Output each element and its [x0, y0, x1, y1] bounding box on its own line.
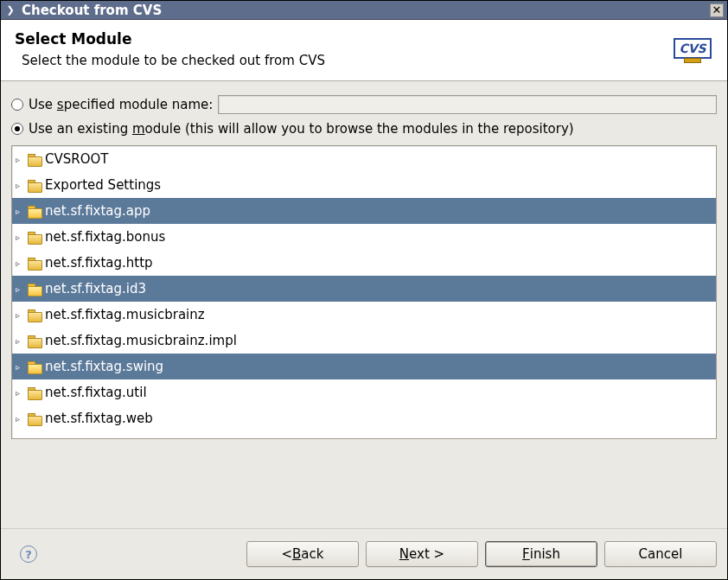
dialog-window: ❯ Checkout from CVS ✕ Select Module Sele… [0, 0, 728, 580]
folder-icon [28, 206, 42, 217]
folder-icon [28, 154, 42, 165]
expander-icon[interactable]: ▹ [16, 336, 24, 346]
content-area: Use specified module name: Use an existi… [1, 81, 727, 528]
folder-icon [28, 361, 42, 373]
expander-icon[interactable]: ▹ [16, 207, 24, 216]
module-tree[interactable]: ▹CVSROOT▹Exported Settings▹net.sf.fixtag… [11, 145, 717, 439]
tree-item[interactable]: ▹net.sf.fixtag.web [12, 405, 716, 431]
close-icon[interactable]: ✕ [710, 3, 724, 17]
tree-item[interactable]: ▹net.sf.fixtag.musicbrainz [12, 302, 716, 328]
expander-icon[interactable]: ▹ [16, 181, 24, 190]
option-specified-module[interactable]: Use specified module name: [11, 95, 717, 114]
tree-item[interactable]: ▹net.sf.fixtag.app [12, 198, 716, 224]
tree-item-label: net.sf.fixtag.bonus [45, 229, 165, 245]
expander-icon[interactable]: ▹ [16, 388, 24, 398]
back-button[interactable]: < Back [246, 541, 359, 567]
option-existing-label: Use an existing module (this will allow … [29, 121, 574, 137]
tree-item-label: net.sf.fixtag.musicbrainz [45, 307, 205, 322]
expander-icon[interactable]: ▹ [16, 362, 24, 372]
tree-item[interactable]: ▹Exported Settings [12, 172, 716, 198]
tree-item-label: net.sf.fixtag.id3 [45, 281, 146, 296]
page-title: Select Module [15, 30, 663, 48]
expander-icon[interactable]: ▹ [16, 284, 24, 294]
tree-item[interactable]: ▹CVSROOT [12, 146, 716, 172]
folder-icon [28, 387, 42, 398]
folder-icon [28, 232, 42, 243]
next-button[interactable]: Next > [366, 541, 478, 567]
tree-item-label: net.sf.fixtag.musicbrainz.impl [45, 333, 237, 348]
option-specified-label: Use specified module name: [29, 97, 213, 112]
wizard-header: Select Module Select the module to be ch… [1, 20, 727, 81]
module-name-input[interactable] [218, 95, 717, 114]
cvs-logo-icon: CVS [672, 30, 713, 67]
button-bar: ? < Back Next > Finish Cancel [1, 528, 727, 579]
tree-item-label: net.sf.fixtag.swing [45, 359, 163, 374]
expander-icon[interactable]: ▹ [16, 310, 24, 320]
page-subtitle: Select the module to be checked out from… [22, 53, 663, 68]
titlebar[interactable]: ❯ Checkout from CVS ✕ [1, 1, 727, 20]
tree-item[interactable]: ▹net.sf.fixtag.http [12, 250, 716, 276]
tree-item-label: net.sf.fixtag.app [45, 203, 150, 219]
tree-item-label: CVSROOT [45, 151, 108, 167]
help-icon[interactable]: ? [20, 545, 37, 563]
expander-icon[interactable]: ▹ [16, 233, 24, 242]
tree-item[interactable]: ▹net.sf.fixtag.swing [12, 354, 716, 379]
folder-icon [28, 180, 42, 191]
tree-item[interactable]: ▹net.sf.fixtag.util [12, 379, 716, 405]
expander-icon[interactable]: ▹ [16, 258, 24, 268]
radio-existing[interactable] [11, 123, 23, 135]
tree-item-label: net.sf.fixtag.web [45, 411, 153, 426]
window-title: Checkout from CVS [22, 3, 162, 18]
option-existing-module[interactable]: Use an existing module (this will allow … [11, 121, 717, 137]
tree-item[interactable]: ▹net.sf.fixtag.bonus [12, 224, 716, 250]
cancel-button[interactable]: Cancel [604, 541, 717, 567]
folder-icon [28, 258, 42, 269]
radio-specified[interactable] [11, 99, 23, 111]
expander-icon[interactable]: ▹ [16, 155, 24, 164]
tree-item-label: net.sf.fixtag.util [45, 385, 147, 400]
expander-icon[interactable]: ▹ [16, 414, 24, 424]
tree-item-label: Exported Settings [45, 177, 161, 193]
finish-button[interactable]: Finish [485, 541, 597, 567]
folder-icon [28, 335, 42, 347]
tree-item[interactable]: ▹net.sf.fixtag.id3 [12, 276, 716, 302]
window-menu-icon[interactable]: ❯ [4, 4, 16, 16]
folder-icon [28, 284, 42, 295]
tree-item-label: net.sf.fixtag.http [45, 255, 153, 271]
folder-icon [28, 309, 42, 321]
folder-icon [28, 413, 42, 424]
tree-item[interactable]: ▹net.sf.fixtag.musicbrainz.impl [12, 328, 716, 354]
